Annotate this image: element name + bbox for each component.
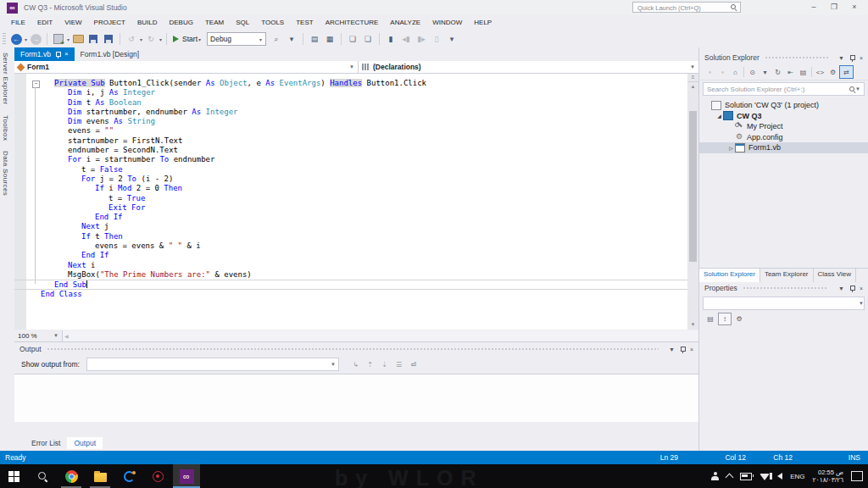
code-line[interactable]: Exit For <box>14 203 687 213</box>
tree-item-my-project[interactable]: My Project <box>699 121 868 132</box>
next-bookmark-icon[interactable]: ▮▸ <box>415 32 428 46</box>
chrome-app-button[interactable] <box>58 464 85 488</box>
back-icon[interactable]: ◦ <box>704 66 716 78</box>
code-line[interactable]: endnumber = SecondN.Text <box>14 146 687 155</box>
code-line[interactable]: For i = startnumber To endnumber <box>14 155 687 164</box>
code-line[interactable]: If i Mod 2 = 0 Then <box>14 184 687 193</box>
chevron-down-icon[interactable]: ▾ <box>159 36 162 42</box>
menu-build[interactable]: BUILD <box>131 15 164 30</box>
collapse-all-icon[interactable]: ⇤ <box>784 66 797 78</box>
code-line[interactable]: Next i <box>14 261 687 270</box>
people-icon[interactable] <box>711 472 719 480</box>
next-message-icon[interactable]: ⇣ <box>378 358 391 370</box>
menu-analyze[interactable]: ANALYZE <box>384 15 426 30</box>
code-line[interactable]: evens = "" <box>14 126 687 136</box>
panel-drag-area[interactable] <box>47 347 659 352</box>
splitter-handle[interactable]: ≡ <box>687 74 698 82</box>
code-line[interactable]: For j = 2 To (i - 2) <box>14 175 687 184</box>
save-icon[interactable] <box>86 32 100 46</box>
panel-tab-class-view[interactable]: Class View <box>814 269 856 282</box>
solution-explorer-icon[interactable]: ▤ <box>308 32 321 46</box>
collapse-icon[interactable]: ◢ <box>715 113 723 119</box>
menu-debug[interactable]: DEBUG <box>164 15 199 30</box>
c-app-button[interactable] <box>115 464 142 488</box>
properties-icon[interactable]: ⚙ <box>826 66 839 78</box>
tree-item-solution-cw-q3-1-project-[interactable]: Solution 'CW Q3' (1 project) <box>699 100 868 111</box>
pin-icon[interactable] <box>55 52 60 58</box>
previous-message-icon[interactable]: ⇡ <box>364 358 376 370</box>
close-icon[interactable]: × <box>860 286 863 291</box>
uncomment-icon[interactable]: ❏ <box>361 32 375 46</box>
scroll-left-icon[interactable]: ◀ <box>64 333 69 339</box>
scroll-up-icon[interactable]: ▲ <box>687 82 698 92</box>
property-pages-icon[interactable]: ⚙ <box>732 313 746 325</box>
code-text[interactable]: Private Sub Button1_Click(sender As Obje… <box>14 79 687 299</box>
code-line[interactable]: End Class <box>14 290 687 299</box>
side-tab-server-explorer[interactable]: Server Explorer <box>0 47 11 110</box>
scrollbar-thumb[interactable] <box>689 111 697 262</box>
code-line[interactable]: End If <box>14 251 687 260</box>
new-project-icon[interactable] <box>52 32 65 46</box>
properties-object-select[interactable]: ▼ <box>703 297 865 310</box>
language-indicator[interactable]: ENG <box>790 473 804 480</box>
code-line[interactable]: If t Then <box>14 232 687 241</box>
taskbar-search-button[interactable] <box>29 464 56 488</box>
undo-icon[interactable]: ↺ <box>125 32 138 46</box>
word-wrap-icon[interactable]: ⏎ <box>407 358 420 370</box>
debug-configuration-select[interactable]: Debug▾ <box>207 32 266 46</box>
tab-form1-vb[interactable]: Form1.vb× <box>14 47 75 61</box>
pending-changes-filter-icon[interactable]: ▾ <box>759 66 771 78</box>
menu-file[interactable]: FILE <box>5 15 31 30</box>
toolbar-overflow-icon[interactable]: ▾ <box>285 32 298 46</box>
menu-team[interactable]: TEAM <box>199 15 230 30</box>
code-line[interactable]: MsgBox("The Prime Numbers are:" & evens) <box>14 270 687 280</box>
zoom-select[interactable]: 100 % ▼ <box>14 330 63 341</box>
chevron-down-icon[interactable]: ▾ <box>140 36 142 42</box>
bottom-tab-output[interactable]: Output <box>67 437 103 449</box>
members-dropdown[interactable]: (Declarations) ▼ <box>359 61 698 73</box>
find-message-in-code-icon[interactable]: ↳ <box>349 358 362 370</box>
save-all-icon[interactable] <box>102 32 115 46</box>
code-line[interactable]: t = True <box>14 194 687 203</box>
menu-window[interactable]: WINDOW <box>426 15 468 30</box>
bookmark-icon[interactable]: ▮ <box>384 32 398 46</box>
wifi-icon[interactable] <box>760 474 770 480</box>
pin-icon[interactable] <box>849 286 854 291</box>
code-line[interactable]: startnumber = FirstN.Text <box>14 136 687 146</box>
volume-icon[interactable] <box>777 473 782 480</box>
code-line[interactable]: Dim startnumber, endnumber As Integer <box>14 108 687 117</box>
chevron-down-icon[interactable]: ▼ <box>838 55 844 61</box>
refresh-icon[interactable]: ↻ <box>771 66 784 78</box>
tree-item-form1-vb[interactable]: ▷Form1.vb <box>699 142 868 153</box>
expand-icon[interactable]: ▷ <box>727 145 735 151</box>
chevron-down-icon[interactable]: ▾ <box>67 36 70 42</box>
show-all-files-icon[interactable]: ▤ <box>797 66 810 78</box>
menu-project[interactable]: PROJECT <box>88 15 131 30</box>
previous-bookmark-icon[interactable]: ◂▮ <box>399 32 413 46</box>
vertical-scrollbar[interactable]: ≡ ▲ ▼ <box>687 74 698 330</box>
panel-drag-area[interactable] <box>743 286 828 291</box>
code-line[interactable]: Dim i, j As Integer <box>14 88 687 97</box>
code-editor[interactable]: − Private Sub Button1_Click(sender As Ob… <box>14 74 698 330</box>
minimize-button[interactable]: – <box>804 0 824 15</box>
navigate-backward-icon[interactable]: ← <box>9 32 23 46</box>
restore-button[interactable]: ❐ <box>824 0 844 15</box>
forward-icon[interactable]: ◦ <box>716 66 729 78</box>
start-button[interactable] <box>0 464 27 488</box>
code-line[interactable]: Dim t As Boolean <box>14 98 687 108</box>
menu-edit[interactable]: EDIT <box>31 15 58 30</box>
code-line[interactable]: End Sub <box>14 280 687 289</box>
panel-drag-area[interactable] <box>765 56 828 60</box>
menu-sql[interactable]: SQL <box>230 15 255 30</box>
security-app-button[interactable] <box>144 464 171 488</box>
chevron-down-icon[interactable]: ▾ <box>25 36 27 42</box>
code-line[interactable]: Dim evens As String <box>14 117 687 126</box>
redo-icon[interactable]: ↻ <box>144 32 158 46</box>
toolbar-options-icon[interactable]: ▾ <box>445 32 459 46</box>
code-line[interactable]: Next j <box>14 222 687 231</box>
navigate-forward-icon[interactable]: → <box>29 32 42 46</box>
solution-explorer-search-input[interactable]: Search Solution Explorer (Ctrl+;) ▼ <box>703 82 865 96</box>
scroll-down-icon[interactable]: ▼ <box>687 320 698 330</box>
menu-tools[interactable]: TOOLS <box>255 15 290 30</box>
toolbar-grip[interactable] <box>3 33 6 45</box>
